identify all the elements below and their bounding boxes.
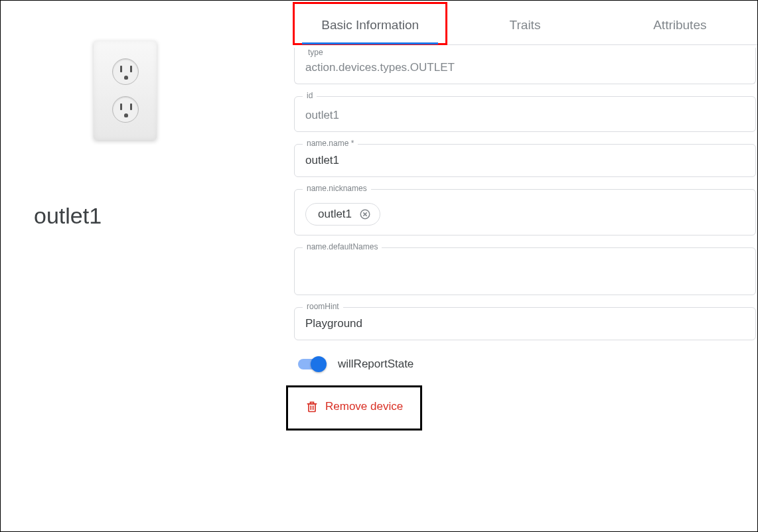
field-roomhint[interactable]: roomHint bbox=[294, 307, 756, 340]
toggle-label: willReportState bbox=[338, 358, 414, 371]
toggle-knob bbox=[311, 356, 327, 372]
device-sidebar: outlet1 bbox=[1, 1, 293, 531]
device-title: outlet1 bbox=[34, 203, 102, 229]
remove-label: Remove device bbox=[325, 400, 403, 413]
field-value bbox=[305, 252, 745, 255]
tabs-bar: Basic Information Traits Attributes bbox=[293, 5, 757, 45]
main-panel: Basic Information Traits Attributes type… bbox=[293, 1, 757, 531]
field-label: roomHint bbox=[303, 302, 343, 311]
form-area: type action.devices.types.OUTLET id outl… bbox=[293, 45, 757, 444]
roomhint-input[interactable] bbox=[305, 312, 745, 330]
field-id[interactable]: id outlet1 bbox=[294, 96, 756, 132]
tab-attributes[interactable]: Attributes bbox=[603, 5, 757, 44]
chip-remove-icon[interactable] bbox=[358, 208, 372, 221]
name-name-input[interactable] bbox=[305, 149, 745, 167]
trash-icon bbox=[305, 399, 319, 414]
field-value: action.devices.types.OUTLET bbox=[305, 58, 745, 74]
device-image-outlet bbox=[94, 40, 157, 140]
willreportstate-toggle[interactable] bbox=[298, 359, 325, 369]
field-type[interactable]: type action.devices.types.OUTLET bbox=[294, 48, 756, 84]
tab-label: Traits bbox=[510, 18, 541, 32]
field-label: name.nicknames bbox=[303, 184, 371, 193]
field-name-name[interactable]: name.name * bbox=[294, 144, 756, 177]
toggle-row-willreportstate: willReportState bbox=[294, 352, 756, 383]
tab-traits[interactable]: Traits bbox=[447, 5, 602, 44]
highlight-rectangle-remove: Remove device bbox=[286, 385, 422, 431]
outlet-socket-icon bbox=[112, 58, 139, 85]
remove-device-button[interactable]: Remove device bbox=[305, 399, 403, 414]
outlet-socket-icon bbox=[112, 96, 139, 123]
field-label: name.defaultNames bbox=[303, 242, 382, 251]
tab-label: Attributes bbox=[653, 18, 706, 32]
field-name-nicknames[interactable]: name.nicknames outlet1 bbox=[294, 189, 756, 235]
field-name-defaultnames[interactable]: name.defaultNames bbox=[294, 247, 756, 295]
field-label: type bbox=[305, 48, 745, 57]
chip-label: outlet1 bbox=[318, 208, 352, 221]
nickname-chip[interactable]: outlet1 bbox=[305, 203, 380, 226]
tab-label: Basic Information bbox=[321, 18, 419, 32]
field-label: name.name * bbox=[303, 139, 358, 148]
field-label: id bbox=[303, 91, 317, 100]
field-value: outlet1 bbox=[305, 101, 745, 122]
tab-basic-information[interactable]: Basic Information bbox=[293, 5, 447, 44]
